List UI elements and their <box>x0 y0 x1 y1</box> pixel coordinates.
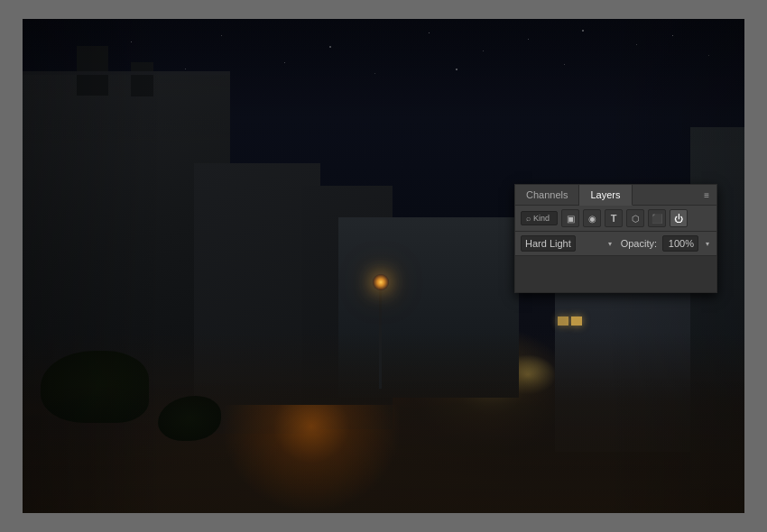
bush <box>41 351 149 423</box>
layers-list <box>515 256 716 292</box>
filter-type-btn[interactable]: T <box>605 209 623 227</box>
blend-mode-dropdown[interactable]: Hard Light Normal Multiply Screen Overla… <box>521 235 576 252</box>
tab-channels[interactable]: Channels <box>515 185 579 205</box>
lamppost <box>379 280 382 389</box>
filter-smart-btn[interactable]: ⬛ <box>648 209 666 227</box>
tab-layers[interactable]: Layers <box>579 185 632 206</box>
panel-toolbar: ⌕ Kind ▣ ◉ T ⬡ ⬛ ⏻ <box>515 206 716 232</box>
panel-menu-icon[interactable]: ≡ <box>697 187 716 204</box>
filter-shape-btn[interactable]: ⬡ <box>626 209 644 227</box>
lamp-glow <box>373 274 389 290</box>
canvas: Channels Layers ≡ ⌕ Kind ▣ ◉ T ⬡ ⬛ ⏻ Har… <box>23 19 744 513</box>
kind-label: Kind <box>533 214 550 223</box>
blend-mode-wrapper: Hard Light Normal Multiply Screen Overla… <box>521 235 615 252</box>
opacity-arrow[interactable]: ▾ <box>704 240 711 248</box>
building-window-1 <box>571 316 582 326</box>
filter-adjustment-btn[interactable]: ◉ <box>583 209 601 227</box>
light-pool <box>221 405 402 513</box>
building-window-2 <box>558 316 568 326</box>
filter-image-btn[interactable]: ▣ <box>561 209 579 227</box>
layers-panel: Channels Layers ≡ ⌕ Kind ▣ ◉ T ⬡ ⬛ ⏻ Har… <box>514 184 717 293</box>
blend-opacity-row: Hard Light Normal Multiply Screen Overla… <box>515 232 716 256</box>
search-icon: ⌕ <box>526 214 531 223</box>
panel-tabs: Channels Layers ≡ <box>515 185 716 206</box>
search-box[interactable]: ⌕ Kind <box>521 211 558 225</box>
filter-toggle-btn[interactable]: ⏻ <box>670 209 688 227</box>
opacity-value[interactable]: 100% <box>662 235 698 252</box>
opacity-label: Opacity: <box>621 238 657 249</box>
